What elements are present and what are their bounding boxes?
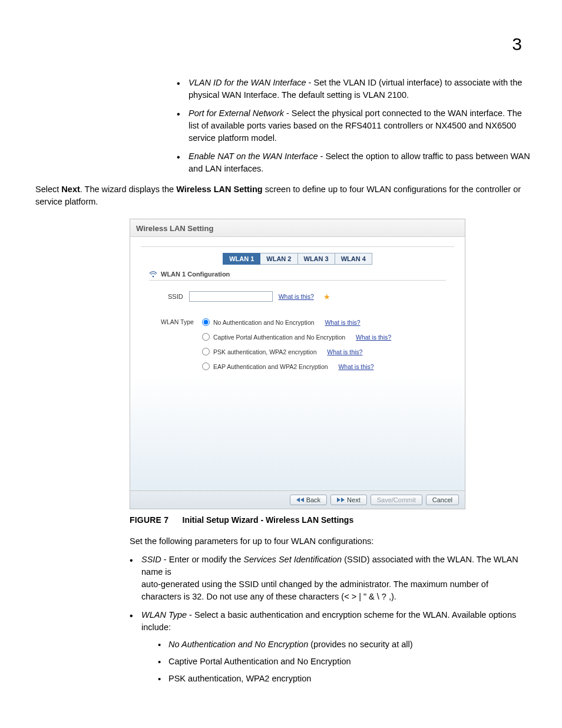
required-star-icon: ★ — [323, 292, 330, 301]
intro-bullet-block: VLAN ID for the WAN Interface - Set the … — [177, 77, 530, 175]
back-button[interactable]: Back — [290, 495, 327, 505]
sub-bullet-item: PSK authentication, WPA2 encryption — [158, 673, 530, 685]
text: - Enter or modify the — [161, 555, 243, 564]
wlan-type-option: PSK authentication, WPA2 encryption What… — [202, 348, 391, 355]
divider — [141, 246, 454, 247]
bullet-label: Enable NAT on the WAN Interface — [189, 151, 318, 161]
ssid-input[interactable] — [189, 291, 273, 302]
figure-screenshot: Wireless LAN Setting WLAN 1 WLAN 2 WLAN … — [130, 219, 465, 509]
tab-wlan-4[interactable]: WLAN 4 — [335, 253, 372, 265]
what-is-this-link[interactable]: What is this? — [279, 293, 314, 300]
sub-bullet-item: No Authentication and No Encryption (pro… — [158, 638, 530, 651]
option-label: EAP Authentication and WPA2 Encryption — [213, 363, 328, 370]
back-arrow-icon — [296, 498, 300, 502]
save-commit-button[interactable]: Save/Commit — [371, 495, 422, 505]
text: Captive Portal Authentication and No Enc… — [168, 657, 351, 666]
text: PSK authentication, WPA2 encryption — [168, 674, 311, 683]
what-is-this-link[interactable]: What is this? — [325, 319, 360, 326]
bullet-label: Port for External Network — [189, 108, 284, 118]
wifi-icon — [149, 271, 157, 278]
option-label: PSK authentication, WPA2 encryption — [213, 348, 317, 355]
ssid-row: SSID What is this? ★ — [168, 291, 454, 302]
ssid-label: SSID — [168, 293, 183, 300]
bullet-label: WLAN Type — [141, 610, 187, 620]
bullet-label: VLAN ID for the WAN Interface — [189, 78, 306, 87]
bullet-item: Port for External Network - Select the p… — [177, 107, 530, 144]
button-label: Back — [306, 496, 320, 503]
tab-wlan-3[interactable]: WLAN 3 — [298, 253, 335, 265]
text-bold: Wireless LAN Setting — [176, 185, 263, 194]
text: (provides no security at all) — [308, 640, 412, 649]
bullet-item: SSID - Enter or modify the Services Set … — [130, 554, 530, 603]
what-is-this-link[interactable]: What is this? — [338, 363, 373, 370]
wlan-type-option: No Authentication and No Encryption What… — [202, 318, 391, 326]
radio-psk[interactable] — [202, 348, 210, 355]
wlan-type-option: EAP Authentication and WPA2 Encryption W… — [202, 363, 391, 370]
paragraph: Set the following parameters for up to f… — [130, 535, 530, 548]
figure-title: Initial Setup Wizard - Wireless LAN Sett… — [183, 515, 354, 525]
config-header-text: WLAN 1 Configuration — [161, 271, 230, 278]
text: auto-generated using the SSID until chan… — [141, 579, 488, 601]
wlan-tabs: WLAN 1 WLAN 2 WLAN 3 WLAN 4 — [141, 253, 454, 265]
text-bold: Next — [61, 185, 80, 194]
tab-wlan-2[interactable]: WLAN 2 — [260, 253, 297, 265]
wizard-footer: Back Next Save/Commit Cancel — [130, 490, 465, 509]
bullet-item: VLAN ID for the WAN Interface - Set the … — [177, 77, 530, 101]
what-is-this-link[interactable]: What is this? — [356, 334, 391, 341]
radio-eap[interactable] — [202, 363, 210, 370]
svg-point-0 — [153, 276, 154, 278]
config-header: WLAN 1 Configuration — [149, 271, 446, 281]
page-number: 3 — [512, 34, 522, 54]
text-italic: Services Set Identification — [243, 555, 342, 564]
text: Select — [35, 185, 61, 194]
wlan-type-label: WLAN Type — [161, 318, 197, 325]
figure-caption: FIGURE 7 Initial Setup Wizard - Wireless… — [130, 515, 527, 525]
bullet-label: SSID — [141, 555, 161, 564]
what-is-this-link[interactable]: What is this? — [327, 348, 362, 355]
text: - Select a basic authentication and encr… — [141, 610, 516, 632]
bullet-item: Enable NAT on the WAN Interface - Select… — [177, 150, 530, 175]
back-arrow-icon — [300, 498, 304, 502]
wlan-type-option: Captive Portal Authentication and No Enc… — [202, 333, 391, 341]
wlan-setting-panel: Wireless LAN Setting WLAN 1 WLAN 2 WLAN … — [130, 219, 465, 509]
sub-bullet-item: Captive Portal Authentication and No Enc… — [158, 655, 530, 668]
next-button[interactable]: Next — [330, 495, 367, 505]
figure-number: FIGURE 7 — [130, 515, 168, 525]
next-arrow-icon — [337, 498, 340, 502]
radio-captive-portal[interactable] — [202, 333, 210, 341]
button-label: Cancel — [432, 496, 452, 503]
text-italic: No Authentication and No Encryption — [168, 640, 308, 649]
button-label: Next — [347, 496, 361, 503]
cancel-button[interactable]: Cancel — [426, 495, 459, 505]
bullet-item: WLAN Type - Select a basic authenticatio… — [130, 609, 530, 685]
option-label: No Authentication and No Encryption — [213, 319, 315, 326]
paragraph: Select Next. The wizard displays the Wir… — [35, 183, 530, 208]
option-label: Captive Portal Authentication and No Enc… — [213, 334, 345, 341]
button-label: Save/Commit — [377, 496, 416, 503]
next-arrow-icon — [341, 498, 345, 502]
panel-title: Wireless LAN Setting — [130, 219, 465, 237]
text: . The wizard displays the — [80, 185, 176, 194]
tab-wlan-1[interactable]: WLAN 1 — [223, 253, 260, 265]
radio-no-auth[interactable] — [202, 318, 210, 326]
